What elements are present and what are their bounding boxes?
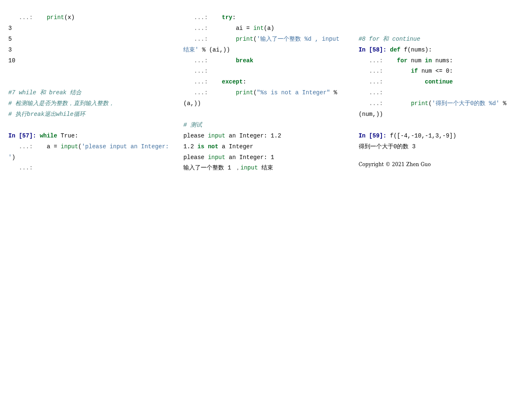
code-line: ...: if num <= 0: [359, 66, 524, 77]
code-token: an Integer: 1.2 [225, 132, 281, 139]
code-token [204, 143, 208, 150]
code-token: (x) [64, 14, 74, 21]
code-token: ...: [183, 57, 236, 64]
code-token [359, 25, 362, 32]
code-line: ...: print('得到一个大于0的数 %d' % (num,)) [359, 98, 524, 120]
code-token: # 执行break退出while循环 [8, 111, 85, 118]
code-token: while [40, 132, 57, 139]
code-line: #7 while 和 break 结合 [8, 88, 173, 98]
code-token: (a) [264, 25, 274, 32]
code-token: ...: [183, 89, 236, 96]
code-token: print [236, 89, 253, 96]
code-line: 3 [8, 23, 173, 34]
code-token [8, 68, 12, 74]
code-token: ...: [359, 89, 383, 96]
code-token: ) [12, 154, 15, 161]
code-line: ...: print('输入了一个整数 %d , input 结束' % (ai… [183, 34, 348, 56]
code-token [183, 111, 187, 118]
code-token: 输入了一个整数 1 ， [183, 164, 240, 171]
code-line: please input an Integer: 1 [183, 152, 348, 163]
code-token: In [57]: [8, 132, 40, 139]
code-line: ...: [183, 66, 348, 77]
code-line: ...: a = input('please input an Integer:… [8, 142, 173, 163]
code-token [359, 14, 362, 21]
code-token: ...: [359, 78, 425, 85]
column-3: #8 for 和 continueIn [58]: def f(nums): .… [359, 12, 524, 174]
code-token: ...: [359, 100, 411, 107]
code-line: ...: try: [183, 12, 348, 23]
code-token: ...: [183, 25, 236, 32]
code-token: please [183, 132, 208, 139]
code-line: 5 [8, 34, 173, 45]
code-line [359, 120, 524, 131]
code-token: num [407, 57, 425, 64]
code-token: 1.2 [183, 143, 197, 150]
code-token: a Integer [218, 143, 253, 150]
code-token: def [390, 47, 400, 53]
copyright-text: Copyright © 2021 Zhen Guo [359, 160, 524, 169]
code-token: input [208, 154, 225, 161]
code-line: In [59]: f([-4,-10,-1,3,-9]) [359, 131, 524, 142]
code-token: 结束 [258, 164, 273, 171]
code-token: ...: [183, 78, 222, 85]
code-line [183, 109, 348, 120]
code-token: in [425, 57, 432, 64]
code-token: ai = [236, 25, 253, 32]
code-token: continue [425, 78, 453, 85]
code-line: 1.2 is not a Integer [183, 142, 348, 152]
code-line: #8 for 和 continue [359, 34, 524, 45]
code-token: print [236, 36, 253, 42]
column-1: ...: print(x)35310 #7 while 和 break 结合# … [8, 12, 173, 174]
code-token: In [58]: [359, 47, 390, 53]
code-token [8, 122, 12, 128]
code-token: # 测试 [183, 122, 202, 128]
code-token: an Integer: 1 [225, 154, 274, 161]
code-line: please input an Integer: 1.2 [183, 131, 348, 142]
code-token: 10 [8, 57, 15, 64]
code-line: 输入了一个整数 1 ，input 结束 [183, 163, 348, 174]
code-token: break [236, 57, 253, 64]
code-token: ...: [8, 14, 47, 21]
code-line [359, 12, 524, 23]
code-columns-container: ...: print(x)35310 #7 while 和 break 结合# … [8, 12, 524, 174]
code-line: 10 [8, 56, 173, 66]
code-token: input [61, 143, 78, 150]
code-token: 3 [8, 47, 12, 53]
code-line: # 测试 [183, 120, 348, 131]
code-token: ...: [8, 143, 47, 150]
code-token: 3 [8, 25, 12, 32]
code-token: '得到一个大于0的数 %d' [432, 100, 499, 107]
code-token: input [241, 164, 258, 171]
code-line: ...: print(x) [8, 12, 173, 23]
code-token: #7 while 和 break 结合 [8, 89, 81, 96]
code-token: except [222, 78, 243, 85]
code-token: int [253, 25, 264, 32]
code-token: ...: [8, 164, 47, 171]
code-token: nums: [432, 57, 453, 64]
code-token: : [243, 78, 246, 85]
code-line: ...: except: [183, 77, 348, 88]
code-line [8, 120, 173, 131]
code-token: for [397, 57, 407, 64]
code-token: ( [429, 100, 432, 107]
code-line: ...: [359, 88, 524, 98]
code-line: 3 [8, 45, 173, 56]
code-token: is [197, 143, 204, 150]
code-token: : [232, 14, 236, 21]
code-token: please [183, 154, 208, 161]
code-line [8, 77, 173, 88]
code-token: In [59]: [359, 132, 390, 139]
code-token [8, 78, 12, 85]
code-token: ...: [183, 14, 222, 21]
code-line: ...: [8, 163, 173, 174]
code-token: print [411, 100, 429, 107]
code-token: "%s is not a Integer" [257, 89, 330, 96]
code-line: In [58]: def f(nums): [359, 45, 524, 56]
code-line: ...: print("%s is not a Integer" % (a,)) [183, 88, 348, 109]
code-line: ...: for num in nums: [359, 56, 524, 66]
code-token: True: [57, 132, 78, 139]
code-line: # 执行break退出while循环 [8, 109, 173, 120]
code-line: ...: break [183, 56, 348, 66]
code-token: ( [253, 89, 256, 96]
code-token: num <= 0: [418, 68, 453, 74]
